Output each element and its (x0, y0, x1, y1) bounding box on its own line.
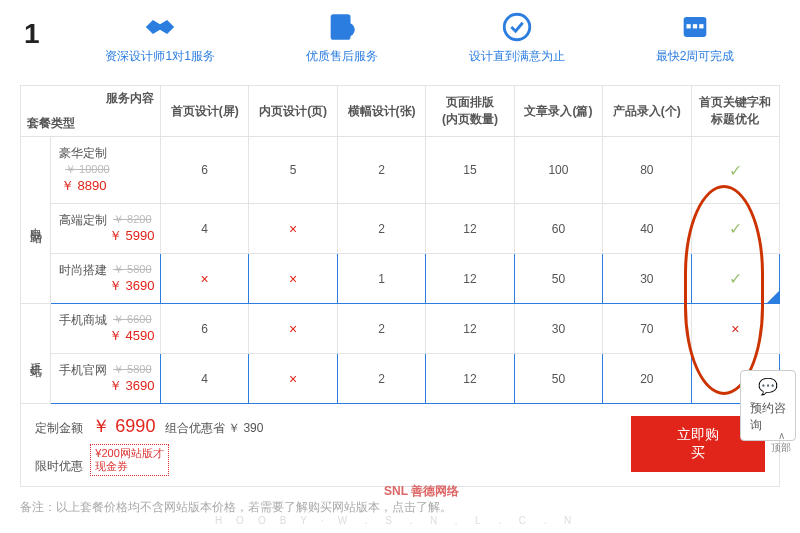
value-cell: 80 (603, 137, 691, 204)
value-cell: × (249, 254, 337, 304)
chat-icon: 💬 (758, 377, 778, 396)
svg-rect-4 (687, 24, 691, 28)
check-icon: ✓ (729, 220, 742, 237)
value-cell: 100 (514, 137, 602, 204)
feature-aftersale: 优质售后服务 (306, 10, 378, 65)
header-diag: 服务内容 套餐类型 (21, 86, 161, 137)
cross-icon: × (289, 221, 297, 237)
brand-watermark: SNL 善德网络 (384, 483, 459, 500)
table-row[interactable]: 手机站手机商城￥ 6600￥ 45906×2123070× (21, 304, 780, 354)
cross-icon: × (289, 321, 297, 337)
table-row[interactable]: 手机官网￥ 5800￥ 36904×2125020 (21, 354, 780, 404)
value-cell: × (249, 304, 337, 354)
value-cell: 12 (426, 204, 514, 254)
check-icon: ✓ (729, 162, 742, 179)
package-cell[interactable]: 手机官网￥ 5800￥ 3690 (51, 354, 161, 404)
back-to-top[interactable]: ∧ 顶部 (766, 430, 796, 455)
value-cell: 30 (603, 254, 691, 304)
feature-label: 最快2周可完成 (656, 48, 735, 65)
value-cell: 6 (161, 304, 249, 354)
calendar-icon (678, 10, 712, 44)
feature-designer: 资深设计师1对1服务 (105, 10, 214, 65)
value-cell: 50 (514, 354, 602, 404)
value-cell: 2 (337, 354, 425, 404)
value-cell: 60 (514, 204, 602, 254)
package-cell[interactable]: 豪华定制￥ 10000￥ 8890 (51, 137, 161, 204)
col-head: 文章录入(篇) (514, 86, 602, 137)
package-cell[interactable]: 时尚搭建￥ 5800￥ 3690 (51, 254, 161, 304)
value-cell: 6 (161, 137, 249, 204)
col-head: 横幅设计(张) (337, 86, 425, 137)
table-row[interactable]: 电脑站豪华定制￥ 10000￥ 88906521510080✓ (21, 137, 780, 204)
url-watermark: HOOBY·W．S．N．L．C．N (0, 514, 800, 528)
svg-rect-6 (699, 24, 703, 28)
col-head: 首页关键字和标题优化 (691, 86, 779, 137)
value-cell: 12 (426, 354, 514, 404)
value-cell: 30 (514, 304, 602, 354)
feature-row: 资深设计师1对1服务 优质售后服务 设计直到满意为止 最快2周可完成 (60, 10, 780, 65)
support-icon (325, 10, 359, 44)
package-cell[interactable]: 高端定制￥ 8200￥ 5990 (51, 204, 161, 254)
step-number: 1 (24, 18, 40, 50)
col-head: 内页设计(页) (249, 86, 337, 137)
value-cell: 20 (603, 354, 691, 404)
value-cell: 12 (426, 254, 514, 304)
coupon-badge[interactable]: ¥200网站版才 现金券 (90, 444, 168, 476)
feature-satisfaction: 设计直到满意为止 (469, 10, 565, 65)
value-cell: 4 (161, 204, 249, 254)
value-cell: 2 (337, 304, 425, 354)
value-cell: 15 (426, 137, 514, 204)
value-cell: 50 (514, 254, 602, 304)
value-cell: ✓ (691, 204, 779, 254)
svg-point-1 (340, 23, 354, 37)
check-icon: ✓ (729, 270, 742, 287)
value-cell: × (249, 204, 337, 254)
check-circle-icon (500, 10, 534, 44)
feature-duration: 最快2周可完成 (656, 10, 735, 65)
pricing-table: 服务内容 套餐类型 首页设计(屏) 内页设计(页) 横幅设计(张) 页面排版 (… (20, 85, 780, 404)
value-cell: × (249, 354, 337, 404)
col-head: 首页设计(屏) (161, 86, 249, 137)
value-cell: 4 (161, 354, 249, 404)
group-label: 手机站 (21, 304, 51, 404)
value-cell: 40 (603, 204, 691, 254)
value-cell: 2 (337, 204, 425, 254)
group-label: 电脑站 (21, 137, 51, 304)
table-row[interactable]: 时尚搭建￥ 5800￥ 3690××1125030✓ (21, 254, 780, 304)
cross-icon: × (289, 371, 297, 387)
package-cell[interactable]: 手机商城￥ 6600￥ 4590 (51, 304, 161, 354)
handshake-icon (143, 10, 177, 44)
value-cell: 70 (603, 304, 691, 354)
limit-label: 限时优惠 (35, 459, 83, 473)
combo-amount: ￥ 390 (228, 421, 263, 435)
amount-label: 定制金额 (35, 421, 83, 435)
value-cell: 1 (337, 254, 425, 304)
value-cell: 5 (249, 137, 337, 204)
table-row[interactable]: 高端定制￥ 8200￥ 59904×2126040✓ (21, 204, 780, 254)
value-cell: ✓ (691, 254, 779, 304)
col-head: 产品录入(个) (603, 86, 691, 137)
feature-label: 优质售后服务 (306, 48, 378, 65)
combo-label: 组合优惠省 (165, 421, 225, 435)
amount-value: ￥ 6990 (92, 416, 155, 436)
cross-icon: × (289, 271, 297, 287)
summary-bar: 定制金额 ￥ 6990 组合优惠省 ￥ 390 限时优惠 ¥200网站版才 现金… (20, 404, 780, 487)
svg-rect-5 (693, 24, 697, 28)
col-head: 页面排版 (内页数量) (426, 86, 514, 137)
value-cell: 2 (337, 137, 425, 204)
cross-icon: × (731, 321, 739, 337)
value-cell: ✓ (691, 137, 779, 204)
cross-icon: × (201, 271, 209, 287)
value-cell: × (161, 254, 249, 304)
selected-corner-icon (766, 290, 780, 304)
feature-label: 资深设计师1对1服务 (105, 48, 214, 65)
svg-point-2 (504, 14, 530, 40)
value-cell: × (691, 304, 779, 354)
value-cell: 12 (426, 304, 514, 354)
feature-label: 设计直到满意为止 (469, 48, 565, 65)
